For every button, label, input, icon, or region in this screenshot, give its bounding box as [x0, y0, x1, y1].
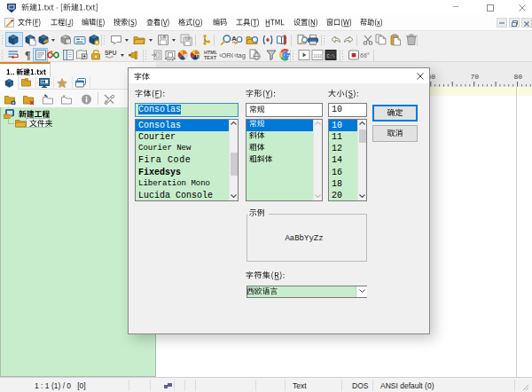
svg-text:1010: 1010	[313, 54, 323, 59]
svg-text:17.6: 17.6	[167, 58, 175, 62]
svg-text:‹ORG: ‹ORG	[219, 51, 233, 59]
svg-text:SPU: SPU	[105, 50, 117, 56]
svg-text:66°: 66°	[360, 52, 370, 59]
svg-text:A: A	[231, 35, 237, 43]
svg-text:TEXT: TEXT	[204, 55, 217, 60]
svg-text:C:\: C:\	[327, 54, 335, 59]
svg-text:‹tag: ‹tag	[234, 51, 246, 59]
svg-text:10: 10	[194, 54, 200, 59]
svg-text:¶: ¶	[25, 49, 30, 61]
